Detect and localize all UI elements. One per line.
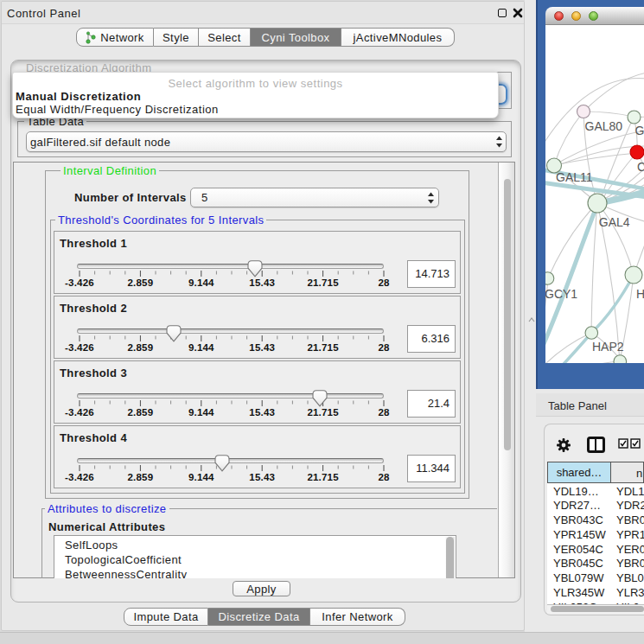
svg-text:GCY1: GCY1 <box>545 287 577 301</box>
svg-text:GAL4: GAL4 <box>599 215 630 229</box>
svg-text:GAL80: GAL80 <box>585 119 623 133</box>
svg-text:HAP2: HAP2 <box>592 340 624 354</box>
svg-text:GAL11: GAL11 <box>556 170 593 184</box>
svg-text:H: H <box>636 287 644 301</box>
svg-text:GAL: GAL <box>635 124 644 137</box>
svg-text:C: C <box>637 160 644 174</box>
